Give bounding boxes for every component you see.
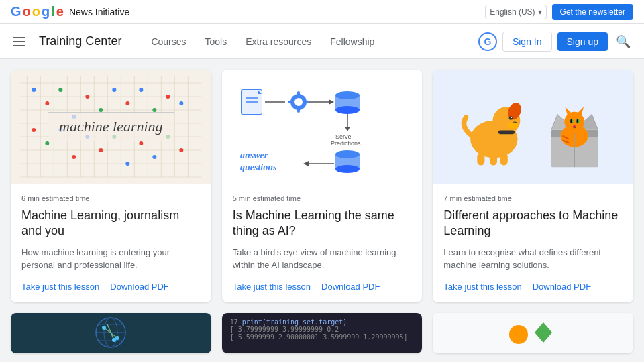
- main-content: machine learning 6 min estimated time Ma…: [0, 59, 644, 362]
- svg-point-72: [335, 165, 360, 173]
- nav-right: G Sign In Sign up 🔍: [478, 32, 633, 52]
- svg-point-52: [294, 98, 303, 106]
- card-1-image: machine learning: [11, 70, 211, 184]
- svg-point-21: [32, 88, 36, 92]
- card-3-time: 7 min estimated time: [443, 194, 623, 202]
- card-3-image: [433, 70, 633, 184]
- g-green: l: [51, 4, 55, 19]
- svg-point-36: [72, 155, 76, 159]
- card-2: Serve Predictions answer questions: [222, 70, 423, 302]
- top-bar-left: Google News Initiative: [11, 4, 129, 19]
- search-icon[interactable]: 🔍: [613, 32, 633, 52]
- sign-up-button[interactable]: Sign up: [557, 32, 608, 51]
- svg-point-61: [335, 106, 360, 114]
- svg-point-25: [85, 95, 89, 99]
- card-3-pdf-link[interactable]: Download PDF: [533, 282, 591, 292]
- svg-marker-67: [303, 161, 309, 166]
- card-1-title: Machine Learning, journalism and you: [21, 208, 201, 239]
- code-image: 17 print(training_set.target) [ 3.799999…: [222, 313, 423, 353]
- hamburger-line: [13, 45, 25, 46]
- svg-point-33: [32, 128, 36, 132]
- svg-point-92: [570, 119, 572, 123]
- google-logo: Google: [11, 4, 64, 19]
- g-blue: G: [11, 4, 21, 19]
- svg-point-76: [508, 116, 513, 120]
- g-blue2: g: [42, 4, 50, 19]
- card-1-desc: How machine learning is entering your pe…: [21, 246, 201, 272]
- card-2-links: Take just this lesson Download PDF: [233, 282, 412, 292]
- bottom-card-code: 17 print(training_set.target) [ 3.799999…: [222, 313, 423, 353]
- svg-point-41: [139, 141, 143, 145]
- svg-point-27: [112, 88, 116, 92]
- svg-text:Predictions: Predictions: [331, 140, 361, 147]
- svg-marker-63: [345, 127, 350, 131]
- card-1-lesson-link[interactable]: Take just this lesson: [21, 282, 99, 292]
- svg-point-108: [509, 325, 528, 344]
- google-g-icon: G: [478, 32, 497, 51]
- svg-text:Serve: Serve: [335, 133, 352, 140]
- svg-rect-55: [288, 101, 293, 103]
- bottom-card-shapes: [433, 313, 633, 353]
- svg-marker-109: [535, 322, 552, 343]
- top-bar-right: English (US) ▾ Get the newsletter: [485, 4, 633, 20]
- card-3-lesson-link[interactable]: Take just this lesson: [443, 282, 521, 292]
- svg-point-93: [576, 119, 578, 123]
- svg-rect-53: [297, 91, 300, 97]
- cards-row: machine learning 6 min estimated time Ma…: [11, 70, 633, 302]
- code-background: 17 print(training_set.target) [ 3.799999…: [222, 313, 423, 353]
- site-title: News Initiative: [69, 7, 129, 17]
- svg-rect-54: [297, 107, 300, 113]
- card-1-body: 6 min estimated time Machine Learning, j…: [11, 184, 211, 302]
- svg-rect-56: [304, 101, 309, 103]
- bottom-card-globe: [11, 313, 211, 353]
- card-2-lesson-link[interactable]: Take just this lesson: [233, 282, 311, 292]
- hamburger-line: [13, 41, 25, 42]
- nav-link-fellowship[interactable]: Fellowship: [322, 31, 382, 52]
- card-3-links: Take just this lesson Download PDF: [443, 282, 623, 292]
- ml-diagram-svg: Serve Predictions answer questions: [235, 76, 409, 177]
- svg-rect-80: [477, 153, 484, 166]
- nav-link-extra[interactable]: Extra resources: [237, 31, 319, 52]
- svg-point-34: [45, 141, 49, 145]
- card-1-pdf-link[interactable]: Download PDF: [110, 282, 168, 292]
- nav-left: Training Center Courses Tools Extra reso…: [11, 31, 465, 52]
- svg-point-79: [508, 123, 518, 129]
- svg-point-105: [102, 326, 106, 330]
- nav-brand: Training Center: [39, 34, 121, 48]
- card-3: 7 min estimated time Different approache…: [433, 70, 633, 302]
- newsletter-button[interactable]: Get the newsletter: [552, 4, 633, 20]
- svg-point-29: [139, 88, 143, 92]
- card-2-image: Serve Predictions answer questions: [222, 70, 423, 184]
- chevron-down-icon: ▾: [538, 7, 542, 17]
- svg-point-44: [179, 148, 183, 152]
- card-1-links: Take just this lesson Download PDF: [21, 282, 201, 292]
- lang-label: English (US): [490, 7, 535, 17]
- nav-link-courses[interactable]: Courses: [143, 31, 194, 52]
- svg-point-32: [179, 101, 183, 105]
- card-2-desc: Take a bird's eye view of machine learni…: [233, 246, 412, 272]
- globe-svg: [84, 314, 138, 351]
- svg-marker-58: [329, 99, 334, 105]
- card-2-body: 5 min estimated time Is Machine Learning…: [222, 184, 423, 302]
- svg-marker-88: [565, 107, 572, 115]
- sign-in-button[interactable]: Sign In: [502, 32, 552, 52]
- shapes-svg: [506, 314, 560, 351]
- diagram-background: Serve Predictions answer questions: [222, 70, 423, 184]
- language-selector[interactable]: English (US) ▾: [485, 5, 546, 19]
- card-3-body: 7 min estimated time Different approache…: [433, 184, 633, 302]
- card-1: machine learning 6 min estimated time Ma…: [11, 70, 211, 302]
- shapes-image: [433, 313, 633, 353]
- card-2-pdf-link[interactable]: Download PDF: [321, 282, 380, 292]
- nav-link-tools[interactable]: Tools: [197, 31, 235, 52]
- hamburger-menu[interactable]: [11, 34, 28, 49]
- card-1-time: 6 min estimated time: [21, 194, 201, 202]
- svg-point-28: [125, 101, 129, 105]
- nav-bar: Training Center Courses Tools Extra reso…: [0, 24, 644, 59]
- card-3-title: Different approaches to Machine Learning: [443, 208, 623, 239]
- svg-marker-89: [576, 107, 584, 115]
- svg-point-23: [58, 88, 62, 92]
- svg-point-22: [45, 101, 49, 105]
- svg-rect-81: [490, 153, 497, 166]
- svg-point-107: [112, 338, 116, 342]
- svg-point-38: [99, 148, 103, 152]
